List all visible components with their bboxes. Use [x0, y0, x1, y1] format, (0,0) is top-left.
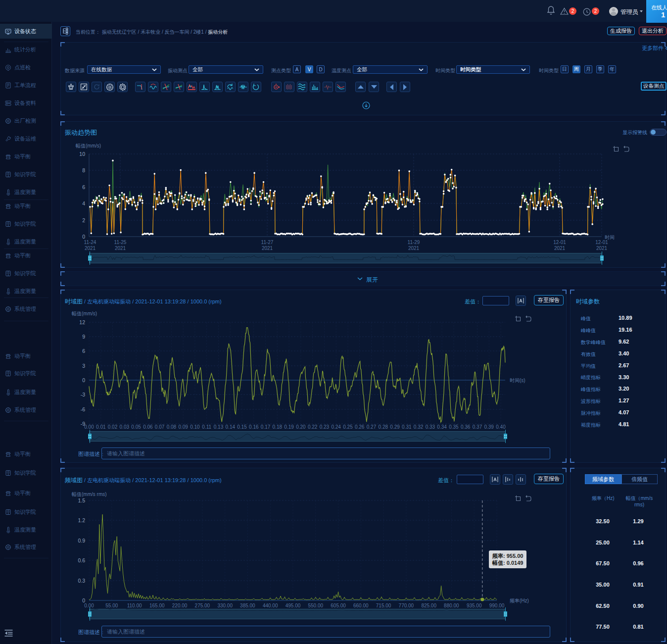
svg-text:0.06: 0.06 [143, 424, 153, 430]
svg-text:12: 12 [79, 319, 85, 325]
svg-text:0.18: 0.18 [273, 424, 283, 430]
svg-text:0.13: 0.13 [214, 424, 224, 430]
svg-text:0.6: 0.6 [78, 557, 85, 563]
svg-text:0.02: 0.02 [108, 424, 118, 430]
svg-text:0.14: 0.14 [226, 424, 236, 430]
svg-text:0.33: 0.33 [426, 424, 435, 430]
svg-text:8: 8 [82, 167, 85, 173]
svg-text:0.3: 0.3 [78, 578, 85, 584]
svg-text:825.00: 825.00 [421, 603, 436, 608]
svg-text:1.2: 1.2 [78, 517, 85, 523]
svg-text:2021: 2021 [408, 246, 420, 251]
svg-text:385.00: 385.00 [240, 603, 255, 608]
svg-text:0.37: 0.37 [473, 424, 482, 430]
svg-text:220.00: 220.00 [172, 603, 188, 608]
svg-text:2021: 2021 [262, 246, 273, 251]
svg-text:0.00: 0.00 [84, 424, 94, 430]
svg-text:55.00: 55.00 [105, 603, 118, 608]
svg-text:0.9: 0.9 [78, 538, 85, 544]
svg-text:0.40: 0.40 [496, 424, 506, 430]
svg-text:0: 0 [82, 234, 85, 240]
svg-text:2021: 2021 [115, 246, 126, 251]
svg-text:0: 0 [82, 377, 85, 383]
svg-text:-3: -3 [81, 392, 85, 397]
svg-text:990.00: 990.00 [489, 603, 505, 608]
svg-text:0.39: 0.39 [484, 424, 494, 430]
svg-text:0.03: 0.03 [120, 424, 130, 430]
svg-text:11-24: 11-24 [84, 240, 96, 245]
svg-text:6: 6 [82, 348, 85, 354]
svg-text:550.00: 550.00 [308, 603, 324, 608]
svg-text:495.00: 495.00 [286, 603, 301, 608]
svg-text:3: 3 [82, 363, 85, 369]
svg-text:2021: 2021 [554, 246, 566, 251]
svg-text:0.01: 0.01 [96, 424, 106, 430]
svg-text:0.07: 0.07 [155, 424, 165, 430]
svg-text:幅值(mm/s): 幅值(mm/s) [72, 311, 97, 316]
svg-text:0.09: 0.09 [178, 424, 188, 430]
svg-text:0.23: 0.23 [320, 424, 330, 430]
svg-text:0.29: 0.29 [390, 424, 400, 430]
svg-text:605.00: 605.00 [331, 603, 346, 608]
svg-text:频率(Hz): 频率(Hz) [510, 598, 529, 603]
svg-text:0.08: 0.08 [167, 424, 177, 430]
svg-text:12-01: 12-01 [553, 240, 566, 245]
svg-text:935.00: 935.00 [467, 603, 482, 608]
svg-text:0.24: 0.24 [331, 424, 341, 430]
svg-text:0.22: 0.22 [308, 424, 318, 430]
svg-text:0.26: 0.26 [355, 424, 365, 430]
svg-text:幅值(mm/s rms): 幅值(mm/s rms) [72, 492, 107, 497]
svg-text:2021: 2021 [85, 246, 96, 251]
svg-text:880.00: 880.00 [444, 603, 459, 608]
svg-text:0.28: 0.28 [379, 424, 388, 430]
svg-text:6: 6 [82, 184, 85, 190]
svg-text:715.00: 715.00 [376, 603, 391, 608]
svg-text:0.20: 0.20 [296, 424, 306, 430]
svg-text:0.34: 0.34 [437, 424, 447, 430]
svg-text:770.00: 770.00 [399, 603, 414, 608]
svg-text:12-01: 12-01 [595, 240, 608, 245]
svg-text:330.00: 330.00 [217, 603, 233, 608]
svg-text:1.5: 1.5 [78, 497, 85, 503]
svg-text:幅值(mm/s): 幅值(mm/s) [76, 143, 101, 149]
svg-text:9: 9 [82, 334, 85, 340]
svg-text:0.25: 0.25 [343, 424, 353, 430]
svg-text:11-29: 11-29 [408, 240, 420, 245]
svg-text:275.00: 275.00 [195, 603, 210, 608]
svg-text:0.31: 0.31 [402, 424, 412, 430]
svg-text:0.19: 0.19 [284, 424, 294, 430]
svg-text:时间(s): 时间(s) [510, 378, 525, 383]
svg-text:165.00: 165.00 [149, 603, 165, 608]
svg-text:0.17: 0.17 [261, 424, 271, 430]
svg-text:0.15: 0.15 [237, 424, 247, 430]
svg-text:0.10: 0.10 [190, 424, 200, 430]
svg-text:0.05: 0.05 [131, 424, 141, 430]
svg-text:660.00: 660.00 [353, 603, 369, 608]
svg-text:110.00: 110.00 [127, 603, 142, 608]
svg-text:0.32: 0.32 [414, 424, 424, 430]
svg-text:11-25: 11-25 [114, 240, 127, 245]
svg-text:2: 2 [82, 217, 85, 223]
svg-text:0.36: 0.36 [461, 424, 471, 430]
svg-text:0.11: 0.11 [202, 424, 211, 430]
svg-text:11-27: 11-27 [261, 240, 274, 245]
svg-text:4: 4 [82, 200, 85, 206]
svg-text:440.00: 440.00 [263, 603, 278, 608]
svg-text:0.35: 0.35 [449, 424, 459, 430]
svg-text:-6: -6 [81, 406, 85, 412]
svg-text:2021: 2021 [596, 246, 608, 251]
svg-text:0.16: 0.16 [249, 424, 259, 430]
svg-text:10: 10 [79, 151, 85, 157]
svg-text:0.27: 0.27 [367, 424, 377, 430]
